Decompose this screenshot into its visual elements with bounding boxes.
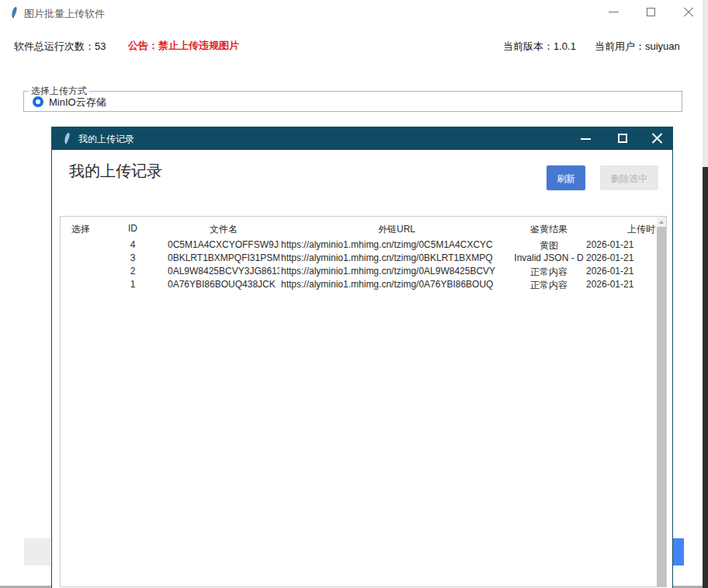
minio-radio-label[interactable]: MinIO云存储 [49,96,106,110]
screen: 图片批量上传软件 软件总运行次数：53 公告：禁止上传违规图片 当前版本：1.0… [0,0,708,588]
cell-result: Invalid JSON - D [512,252,585,263]
cell-time: 2026-01-21 [586,266,656,277]
upload-mode-groupbox: 选择上传方式 MinIO云存储 [23,91,682,112]
records-maximize-button[interactable] [616,131,630,145]
current-user-label: 当前用户：suiyuan [595,40,680,54]
maximize-button[interactable] [644,5,658,19]
records-minimize-button[interactable] [579,131,593,145]
version-label: 当前版本：1.0.1 [503,40,576,54]
table-scrollbar[interactable] [657,217,666,586]
table-row[interactable]: 3 0BKLRT1BXMPQFI31PSM https://alyminio1.… [61,251,657,264]
cell-time: 2026-01-21 [586,279,656,290]
cell-filename: 0A76YBI86BOUQ438JCK [168,279,279,290]
records-heading: 我的上传记录 [69,161,162,182]
desktop-sliver-light [703,0,708,167]
col-header-url[interactable]: 外链URL [281,223,512,236]
cell-result: 正常内容 [512,279,585,292]
run-count-label: 软件总运行次数：53 [14,40,106,54]
close-icon [651,133,662,144]
table-row[interactable]: 4 0C5M1A4CXCYOFFSW9JI https://alyminio1.… [61,238,657,251]
cell-time: 2026-01-21 [586,239,656,250]
records-window-title: 我的上传记录 [78,133,134,146]
cell-filename: 0BKLRT1BXMPQFI31PSM [168,252,279,263]
table-row[interactable]: 1 0A76YBI86BOUQ438JCK https://alyminio1.… [61,277,657,291]
close-button[interactable] [682,5,696,19]
scrollbar-thumb[interactable] [657,227,666,586]
scroll-up-arrow-icon[interactable] [659,221,664,224]
table-row[interactable]: 2 0AL9W8425BCVY3JG8613 https://alyminio1… [61,264,657,277]
cell-id: 3 [123,252,143,263]
refresh-button[interactable]: 刷新 [547,165,585,190]
hidden-button-fragment-blue [673,538,684,565]
col-header-time[interactable]: 上传时间 [627,223,656,236]
col-header-result[interactable]: 鉴黄结果 [512,223,585,236]
main-window-title: 图片批量上传软件 [24,7,105,21]
table-body: 4 0C5M1A4CXCYOFFSW9JI https://alyminio1.… [61,238,657,291]
python-feather-icon [61,132,73,144]
cell-id: 1 [123,279,143,290]
col-header-select[interactable]: 选择 [71,223,110,236]
upload-records-window: 我的上传记录 我的上传记录 刷新 删除选中 选择 ID 文件名 外链URL 鉴黄… [51,127,673,588]
cell-url: https://alyminio1.mhimg.cn/tzimg/0C5M1A4… [281,239,512,250]
minio-radio-button[interactable] [33,96,43,107]
cell-url: https://alyminio1.mhimg.cn/tzimg/0AL9W84… [281,266,512,277]
maximize-icon [647,8,655,16]
col-header-filename[interactable]: 文件名 [168,223,279,236]
python-feather-icon [8,6,20,19]
records-window-titlebar[interactable]: 我的上传记录 [52,127,672,150]
hidden-button-fragment-gray [24,538,50,565]
close-icon [683,7,694,18]
announcement-label: 公告：禁止上传违规图片 [128,39,239,53]
cell-id: 4 [123,239,143,250]
maximize-icon [618,134,627,143]
cell-url: https://alyminio1.mhimg.cn/tzimg/0A76YBI… [281,279,512,290]
cell-time: 2026-01-21 [586,252,656,263]
delete-selected-button: 删除选中 [600,165,658,190]
cell-filename: 0C5M1A4CXCYOFFSW9JI [168,239,279,250]
minimize-icon [581,138,591,140]
cell-url: https://alyminio1.mhimg.cn/tzimg/0BKLRT1… [281,252,512,263]
cell-id: 2 [123,266,143,277]
minimize-button[interactable] [607,5,621,19]
cell-filename: 0AL9W8425BCVY3JG8613 [168,266,279,277]
records-close-button[interactable] [650,131,664,145]
records-table: 选择 ID 文件名 外链URL 鉴黄结果 上传时间 4 0C5M1A4CXCYO… [60,216,667,587]
main-window-titlebar[interactable]: 图片批量上传软件 [0,0,703,25]
col-header-id[interactable]: ID [123,223,143,234]
minimize-icon [609,12,619,12]
desktop-sliver-dark [703,167,708,588]
